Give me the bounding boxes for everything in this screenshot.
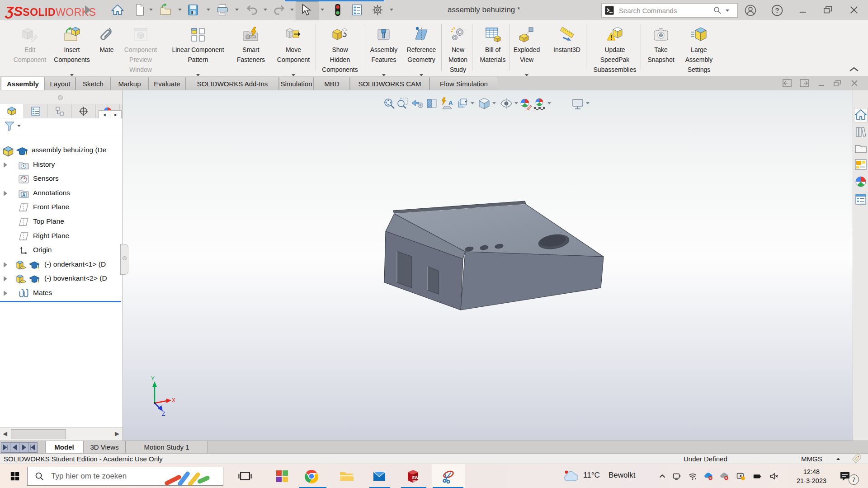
featuremanager-tab[interactable] <box>0 104 24 118</box>
sheet-tab-model[interactable]: Model <box>45 441 83 453</box>
appearances-button[interactable] <box>854 175 867 189</box>
expand-arrow-icon[interactable] <box>4 191 7 196</box>
dimxpert-tab[interactable] <box>72 104 96 118</box>
wifi-icon[interactable] <box>688 472 697 481</box>
tab-layout[interactable]: Layout <box>45 77 75 90</box>
home-button[interactable] <box>111 3 124 17</box>
vcr-prev-button[interactable] <box>10 442 19 453</box>
tree-horizontal-scrollbar[interactable]: ◀ ▶ <box>0 427 123 441</box>
redo-button[interactable] <box>272 3 286 17</box>
scrollbar-thumb[interactable] <box>11 429 66 439</box>
vp-restore-icon[interactable] <box>832 79 842 88</box>
close-icon[interactable] <box>848 4 860 16</box>
units-indicator[interactable]: MMGS <box>801 455 822 463</box>
tab-mbd[interactable]: MBD <box>314 77 350 90</box>
vcr-last-button[interactable] <box>28 442 38 453</box>
select-dropdown-caret-icon[interactable] <box>321 9 324 11</box>
tab-flow-simulation[interactable]: Flow Simulation <box>429 77 498 90</box>
undo-dropdown-caret-icon[interactable] <box>264 9 267 11</box>
apply-scene-button[interactable] <box>533 97 546 110</box>
rebuild-button[interactable] <box>331 3 344 17</box>
display-style-caret-icon[interactable] <box>492 102 496 104</box>
weather-condition[interactable]: Bewolkt <box>609 471 636 480</box>
apply-scene-caret-icon[interactable] <box>547 102 551 104</box>
tree-item-sensors[interactable]: Sensors <box>0 172 123 186</box>
mail-button[interactable] <box>372 469 387 483</box>
tab-sketch[interactable]: Sketch <box>75 77 111 90</box>
file-properties-button[interactable] <box>350 3 364 17</box>
filter-dropdown-caret-icon[interactable] <box>17 125 21 127</box>
vp-close-icon[interactable] <box>849 79 859 88</box>
weather-temp[interactable]: 11°C <box>583 471 600 480</box>
minimize-icon[interactable] <box>797 4 809 16</box>
panel-grab-handle[interactable] <box>120 244 128 275</box>
hide-show-items-caret-icon[interactable] <box>514 102 518 104</box>
tag-icon[interactable] <box>851 454 862 464</box>
vcr-first-button[interactable] <box>1 442 10 453</box>
search-dropdown-caret-icon[interactable] <box>726 9 729 12</box>
tree-item-annotations[interactable]: AAnnotations <box>0 187 123 201</box>
filter-icon[interactable] <box>4 120 15 132</box>
vcr-next-button[interactable] <box>19 442 28 453</box>
cloud-error-icon[interactable] <box>720 472 729 481</box>
file-explorer-app-button[interactable] <box>339 469 354 483</box>
view-palette-button[interactable] <box>854 158 867 172</box>
view-annotations-button[interactable]: A <box>440 97 453 110</box>
rollback-bar[interactable] <box>0 301 121 302</box>
hide-show-items-button[interactable] <box>500 97 513 110</box>
chevron-up-icon[interactable] <box>658 472 667 481</box>
start-button-icon[interactable] <box>10 471 20 481</box>
propertymanager-tab[interactable] <box>24 104 48 118</box>
zoom-to-fit-button[interactable] <box>383 97 396 110</box>
help-icon[interactable]: ? <box>771 4 783 17</box>
sheet-tab-3d-views[interactable]: 3D Views <box>83 441 126 453</box>
restore-icon[interactable] <box>822 4 834 16</box>
tab-evaluate[interactable]: Evaluate <box>148 77 186 90</box>
battery-icon[interactable] <box>753 472 762 481</box>
tree-item-mates[interactable]: Mates <box>0 286 123 300</box>
print-dropdown-caret-icon[interactable] <box>235 9 239 11</box>
weather-icon[interactable] <box>563 469 578 483</box>
taskbar-search-box[interactable] <box>27 467 223 486</box>
tree-item-front-plane[interactable]: Front Plane <box>0 201 123 215</box>
volume-muted-icon[interactable] <box>769 472 778 481</box>
tree-item-top-plane[interactable]: Top Plane <box>0 215 123 229</box>
tp-home-button[interactable] <box>854 108 867 122</box>
tree-item-origin[interactable]: Origin <box>0 244 123 258</box>
edit-appearance-button[interactable] <box>519 97 532 110</box>
section-view-button[interactable] <box>425 97 438 110</box>
model-3d-housing[interactable] <box>123 90 853 441</box>
previous-view-button[interactable] <box>411 97 424 110</box>
tree-item--bovenkant-2-d[interactable]: (-) bovenkant<2> (D <box>0 272 123 286</box>
command-search-box[interactable] <box>601 3 738 18</box>
tab-assembly[interactable]: Assembly <box>1 77 45 90</box>
large-assembly-settings-button[interactable]: LargeAssemblySettings <box>667 20 731 76</box>
tab-solidworks-cam[interactable]: SOLIDWORKS CAM <box>350 77 429 90</box>
splitter-handle[interactable] <box>58 95 63 100</box>
save-dropdown-caret-icon[interactable] <box>207 9 210 11</box>
save-button[interactable] <box>186 3 200 17</box>
select-button[interactable] <box>298 3 312 17</box>
new-document-dropdown-caret-icon[interactable] <box>149 9 153 11</box>
tab-markup[interactable]: Markup <box>111 77 148 90</box>
taskbar-clock[interactable]: 12:48 21-3-2023 <box>791 467 832 485</box>
expand-arrow-icon[interactable] <box>4 276 7 282</box>
onedrive-error-icon[interactable] <box>704 472 713 481</box>
search-icon[interactable] <box>713 6 722 15</box>
open-dropdown-caret-icon[interactable] <box>178 9 182 11</box>
scroll-left-icon[interactable]: ◀ <box>3 430 7 437</box>
print-button[interactable] <box>216 3 229 17</box>
configmanager-tab[interactable] <box>48 104 72 118</box>
tree-item--onderkant-1-d[interactable]: (-) onderkant<1> (D <box>0 258 123 272</box>
expand-arrow-icon[interactable] <box>4 162 7 168</box>
solidworks-2021-button[interactable]: SW2021 <box>406 469 420 483</box>
ribbon-collapse-chevron-icon[interactable] <box>848 66 860 74</box>
expand-arrow-icon[interactable] <box>4 262 7 267</box>
tree-root-item[interactable]: assembly behuizing (De <box>0 144 123 158</box>
colors-app-button[interactable] <box>275 469 289 483</box>
options-dropdown-caret-icon[interactable] <box>390 9 393 11</box>
sheet-tab-motion-study-1[interactable]: Motion Study 1 <box>126 441 208 453</box>
panel-tab-scroll-left[interactable]: ◄ <box>99 110 110 119</box>
snipping-tool-button[interactable] <box>441 469 455 483</box>
panel-expand-right-icon[interactable] <box>799 79 809 88</box>
